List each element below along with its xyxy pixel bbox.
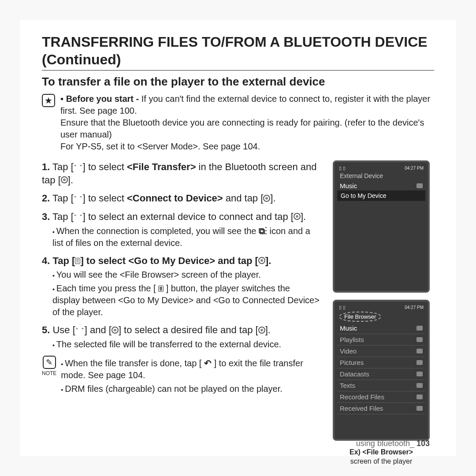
folder-icon bbox=[416, 383, 423, 388]
device2-item: Music bbox=[337, 323, 425, 334]
folder-icon bbox=[416, 372, 423, 376]
up-down-icon: ˄ ˅ bbox=[74, 213, 83, 222]
bluetooth-transfer-icon: ⧉⋮ bbox=[259, 226, 267, 236]
status-icons: ▯ ▯ bbox=[339, 305, 346, 310]
up-down-icon: ˄ ˅ bbox=[75, 327, 85, 335]
step-2: 2. Tap [˄ ˅] to select <Connect to Devic… bbox=[42, 192, 320, 205]
note-icon: ✎ bbox=[43, 356, 56, 369]
page-number: 103 bbox=[416, 439, 430, 448]
device1-header: External Device bbox=[337, 171, 425, 180]
folder-icon bbox=[416, 406, 423, 411]
star-icon: ★ bbox=[42, 94, 55, 107]
before-lead: Before you start - bbox=[66, 94, 141, 104]
before-line2: Ensure that the Bluetooth device you are… bbox=[60, 118, 424, 139]
select-icon bbox=[258, 257, 265, 264]
content-row: 1. Tap [˄ ˅] to select <File Transfer> i… bbox=[42, 160, 434, 466]
device2-item: Texts bbox=[337, 380, 425, 391]
step-4-sub2: Each time you press the [ ] button, the … bbox=[52, 283, 320, 318]
note-block: ✎ NOTE When the file transfer is done, t… bbox=[42, 356, 320, 397]
screenshots-column: ▯ ▯04:27 PM External Device Music Go to … bbox=[328, 160, 434, 466]
before-line3: For YP-S5, set it to <Server Mode>. See … bbox=[60, 141, 260, 151]
up-down-icon: ˄ ˅ bbox=[74, 195, 83, 203]
screenshot-caption: Ex) <File Browser> screen of the player bbox=[350, 448, 413, 466]
select-icon bbox=[263, 195, 270, 202]
step-1: 1. Tap [˄ ˅] to select <File Transfer> i… bbox=[42, 160, 320, 186]
device2-item: Pictures bbox=[337, 357, 425, 368]
note-2: DRM files (chargeable) can not be played… bbox=[61, 383, 320, 395]
device2-item: Datacasts bbox=[337, 368, 425, 380]
folder-icon bbox=[416, 360, 423, 365]
folder-icon bbox=[416, 394, 423, 399]
steps-column: 1. Tap [˄ ˅] to select <File Transfer> i… bbox=[42, 160, 320, 466]
step-4: 4. Tap [] to select <Go to My Device> an… bbox=[42, 254, 320, 319]
step-3-sub: When the connection is completed, you wi… bbox=[52, 225, 320, 249]
select-icon bbox=[61, 176, 68, 183]
note-1: When the file transfer is done, tap [ ↶ … bbox=[61, 357, 320, 381]
before-you-start-block: ★ ▪ Before you start - If you can't find… bbox=[42, 93, 434, 152]
device-screenshot-2: ▯ ▯04:27 PM File Browser Music Playlists… bbox=[333, 300, 430, 441]
status-time: 04:27 PM bbox=[405, 305, 424, 310]
page-title: TRANSFERRING FILES TO/FROM A BLUETOOTH D… bbox=[42, 33, 434, 71]
select-icon bbox=[112, 327, 119, 334]
note-label: NOTE bbox=[42, 370, 56, 377]
status-time: 04:27 PM bbox=[405, 166, 424, 171]
up-down-icon: ˄ ˅ bbox=[74, 164, 83, 172]
step-5: 5. Use [˄ ˅] and [] to select a desired … bbox=[42, 324, 320, 350]
device2-item: Recorded Files bbox=[337, 391, 425, 403]
select-icon bbox=[258, 327, 265, 334]
folder-icon bbox=[416, 183, 423, 188]
device2-item: Playlists bbox=[337, 334, 425, 346]
device2-item: Received Files bbox=[337, 403, 425, 414]
step-3: 3. Tap [˄ ˅] to select an external devic… bbox=[42, 210, 320, 249]
step-5-sub: The selected file will be transferred to… bbox=[52, 338, 320, 350]
step-4-sub1: You will see the <File Browser> screen o… bbox=[52, 269, 320, 281]
device1-dropdown: Go to My Device bbox=[337, 190, 425, 201]
file-browser-label: File Browser bbox=[339, 312, 381, 322]
manual-page: TRANSFERRING FILES TO/FROM A BLUETOOTH D… bbox=[20, 20, 456, 456]
device-screenshot-1: ▯ ▯04:27 PM External Device Music Go to … bbox=[333, 160, 430, 293]
folder-icon bbox=[416, 337, 423, 342]
status-icons: ▯ ▯ bbox=[339, 166, 346, 171]
select-icon bbox=[294, 213, 301, 220]
menu-icon bbox=[75, 258, 80, 264]
page-footer: using bluetooth_ 103 bbox=[356, 439, 430, 448]
device2-item: Video bbox=[337, 346, 425, 357]
before-text: ▪ Before you start - If you can't find t… bbox=[60, 93, 434, 152]
section-title: To transfer a file on the player to the … bbox=[42, 75, 434, 89]
back-icon: ↶ bbox=[204, 358, 212, 368]
menu-icon bbox=[158, 286, 164, 292]
folder-icon bbox=[416, 326, 423, 331]
folder-icon bbox=[416, 349, 423, 353]
